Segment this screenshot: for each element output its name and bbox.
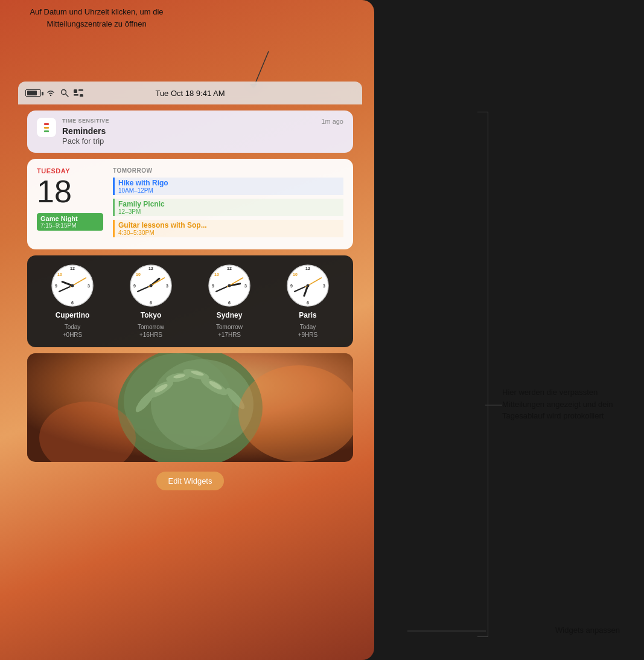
cal-today-event-name: Game Night — [40, 215, 100, 222]
menubar: Tue Oct 18 9:41 AM — [18, 82, 362, 104]
photo-plant-svg — [27, 353, 353, 462]
cal-today-event: Game Night 7:15–9:15PM — [37, 213, 103, 231]
svg-rect-9 — [80, 94, 83, 97]
clock-cupertino: 12 3 6 9 10 Cupertin — [51, 264, 94, 339]
bracket-right — [477, 112, 488, 637]
svg-point-39 — [228, 284, 231, 287]
annotation-top-left: Auf Datum und Uhrzeit klicken, um die Mi… — [9, 6, 184, 30]
svg-text:12: 12 — [227, 266, 232, 271]
cal-event-3: Guitar lessons with Sop... 4:30–5:30PM — [113, 220, 343, 237]
svg-text:6: 6 — [71, 301, 74, 305]
svg-text:9: 9 — [212, 284, 214, 288]
svg-text:9: 9 — [55, 284, 57, 288]
clock-info-cupertino: Today+0HRS — [63, 323, 83, 339]
svg-point-49 — [307, 284, 310, 287]
edit-widgets-button[interactable]: Edit Widgets — [156, 472, 225, 490]
clock-tokyo: 12 3 6 9 10 Tokyo Tomorrow+16HRS — [129, 264, 173, 339]
cal-today-event-time: 7:15–9:15PM — [40, 222, 100, 229]
svg-text:6: 6 — [150, 301, 152, 305]
cal-event-2-time: 12–3PM — [118, 208, 340, 215]
clock-paris: 12 3 6 9 10 Paris Today+9HRS — [286, 264, 330, 339]
cal-event-1: Hike with Rigo 10AM–12PM — [113, 178, 343, 195]
cal-event-1-time: 10AM–12PM — [118, 187, 340, 194]
svg-point-29 — [150, 284, 153, 287]
cal-event-1-name: Hike with Rigo — [118, 179, 340, 187]
svg-text:3: 3 — [244, 284, 247, 288]
cal-date: 18 — [37, 176, 103, 207]
svg-text:10: 10 — [214, 272, 219, 277]
clock-face-paris: 12 3 6 9 10 — [286, 264, 330, 307]
svg-text:9: 9 — [133, 284, 136, 288]
cal-tomorrow-label: TOMORROW — [113, 167, 343, 174]
annotation-right: Hier werden die verpassten Mitteilungen … — [502, 386, 635, 422]
calendar-left: TUESDAY 18 Game Night 7:15–9:15PM — [37, 167, 103, 241]
clock-info-paris: Today+9HRS — [298, 323, 318, 339]
reminders-icon — [37, 118, 56, 137]
widgets-container: TIME SENSITIVE 1m ago Reminders Pack for… — [18, 104, 362, 501]
clock-sydney: 12 3 6 9 10 Sydney Tomorrow+17HRS — [208, 264, 251, 339]
reminder-dot-green — [44, 130, 49, 132]
notification-app: Reminders — [62, 126, 343, 136]
clock-face-sydney: 12 3 6 9 10 — [208, 264, 251, 307]
notification-badge: TIME SENSITIVE — [62, 118, 109, 124]
clock-info-tokyo: Tomorrow+16HRS — [138, 323, 164, 339]
svg-text:12: 12 — [305, 266, 310, 271]
calendar-widget[interactable]: TUESDAY 18 Game Night 7:15–9:15PM TOMORR… — [27, 159, 353, 249]
calendar-right: TOMORROW Hike with Rigo 10AM–12PM Family… — [113, 167, 343, 241]
svg-text:10: 10 — [293, 272, 298, 277]
notification-card[interactable]: TIME SENSITIVE 1m ago Reminders Pack for… — [27, 111, 353, 153]
svg-text:3: 3 — [166, 284, 168, 288]
clock-face-tokyo: 12 3 6 9 10 — [129, 264, 173, 307]
notification-header: TIME SENSITIVE 1m ago — [62, 118, 343, 125]
svg-text:9: 9 — [290, 284, 293, 288]
clock-name-paris: Paris — [299, 311, 316, 319]
clock-name-sydney: Sydney — [217, 311, 243, 319]
svg-text:12: 12 — [148, 266, 153, 271]
menubar-left-icons — [25, 89, 83, 97]
reminder-dot-red — [44, 123, 49, 125]
control-center-icon — [74, 89, 83, 97]
cal-event-3-time: 4:30–5:30PM — [118, 229, 340, 236]
notification-time: 1m ago — [321, 118, 343, 125]
svg-text:3: 3 — [323, 284, 325, 288]
notification-content: TIME SENSITIVE 1m ago Reminders Pack for… — [62, 118, 343, 146]
cal-event-2-name: Family Picnic — [118, 200, 340, 208]
clock-face-cupertino: 12 3 6 9 10 — [51, 264, 94, 307]
annotation-bottom: Widgets anpassen — [555, 626, 620, 635]
svg-point-4 — [62, 90, 66, 95]
svg-rect-7 — [78, 89, 83, 91]
clock-name-tokyo: Tokyo — [141, 311, 161, 319]
cal-event-3-name: Guitar lessons with Sop... — [118, 221, 340, 229]
svg-text:10: 10 — [57, 272, 62, 277]
annotation-right-line — [485, 405, 502, 406]
clock-name-cupertino: Cupertino — [56, 311, 90, 319]
clock-widget[interactable]: 12 3 6 9 10 Cupertin — [27, 255, 353, 347]
cal-event-2: Family Picnic 12–3PM — [113, 199, 343, 216]
svg-text:10: 10 — [136, 272, 141, 277]
svg-line-5 — [66, 94, 68, 97]
svg-text:6: 6 — [228, 301, 231, 305]
reminder-dot-orange — [44, 127, 49, 129]
wifi-icon — [46, 89, 56, 97]
search-icon — [60, 89, 69, 97]
svg-rect-6 — [74, 89, 77, 93]
screen: Tue Oct 18 9:41 AM TIME SENSITIVE 1m ago… — [18, 82, 362, 501]
photo-widget[interactable] — [27, 353, 353, 462]
notification-text: Pack for trip — [62, 136, 343, 146]
annotation-bottom-line — [407, 630, 486, 632]
menubar-datetime[interactable]: Tue Oct 18 9:41 AM — [155, 89, 225, 98]
svg-rect-8 — [74, 94, 78, 96]
battery-icon — [25, 89, 41, 97]
svg-text:3: 3 — [88, 284, 90, 288]
clock-info-sydney: Tomorrow+17HRS — [216, 323, 243, 339]
svg-point-19 — [71, 284, 74, 287]
svg-text:12: 12 — [70, 266, 75, 271]
svg-text:6: 6 — [307, 301, 309, 305]
